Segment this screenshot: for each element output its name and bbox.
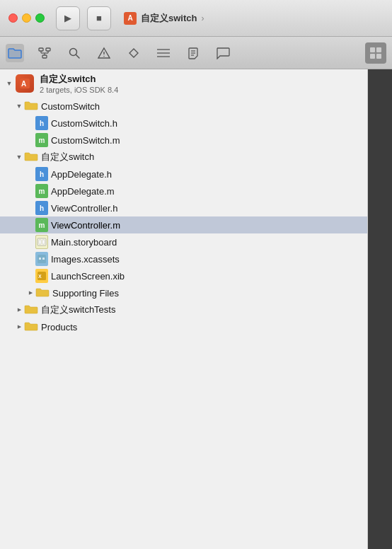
appdelegate-m-label: AppDelegate.m [51,186,115,197]
app-icon: A [124,12,137,25]
navigator-panel: ▼ A 自定义switch 2 targets, iOS SDK 8.4 ▼ C… [0,69,368,549]
svg-line-8 [76,54,80,58]
images-xcassets-item[interactable]: ▼ Images.xcassets [0,250,367,267]
maximize-button[interactable] [35,13,45,23]
zidingyi-tests-item[interactable]: ▼ 自定义switchTests [0,301,367,318]
xib-file-icon: X [35,269,48,283]
play-icon: ▶ [64,13,71,23]
minimize-button[interactable] [22,13,31,23]
products-label: Products [41,322,77,333]
hierarchy-icon[interactable] [35,44,54,62]
m-file-icon: m [35,133,48,147]
supporting-files-triangle: ▼ [25,288,35,298]
svg-rect-0 [39,48,43,51]
stop-button[interactable]: ■ [87,6,111,30]
svg-rect-24 [39,240,41,244]
main-storyboard-item[interactable]: ▼ Main.storyboard [0,233,367,250]
customswitch-folder-item[interactable]: ▼ CustomSwitch [0,98,367,115]
source-control-icon[interactable] [125,44,143,62]
customswitch-folder-icon [24,100,38,113]
appdelegate-h-item[interactable]: ▼ h AppDelegate.h [0,166,367,183]
close-button[interactable] [8,13,18,23]
title-label: A 自定义switch › [124,12,204,25]
folder-icon[interactable] [6,44,24,62]
breakpoint-icon[interactable] [154,44,173,62]
customswitch-h-label: CustomSwitch.h [51,118,117,129]
warning-icon[interactable] [95,44,113,62]
svg-rect-19 [370,54,375,59]
m-file-icon: m [35,184,48,198]
zidingyi-triangle: ▼ [14,152,24,162]
launchscreen-xib-label: LaunchScreen.xib [51,271,125,282]
stop-icon: ■ [96,13,102,23]
svg-text:A: A [21,80,26,88]
customswitch-triangle: ▼ [14,101,24,111]
toolbar [0,37,392,69]
customswitch-m-label: CustomSwitch.m [51,135,120,146]
svg-rect-2 [42,55,47,58]
zidingyi-folder-item[interactable]: ▼ 自定义switch [0,149,367,166]
chat-icon[interactable] [214,44,232,62]
project-name: 自定义switch [40,73,118,86]
viewcontroller-h-label: ViewController.h [51,203,117,214]
viewcontroller-m-label: ViewController.m [51,220,120,231]
project-text-block: 自定义switch 2 targets, iOS SDK 8.4 [40,73,118,94]
svg-rect-26 [38,255,46,263]
play-button[interactable]: ▶ [56,6,80,30]
report-icon[interactable] [184,44,202,62]
appdelegate-h-label: AppDelegate.h [51,169,112,180]
editor-panel [368,69,392,549]
svg-rect-25 [42,240,45,244]
zidingyi-tests-triangle: ▼ [14,305,24,315]
viewcontroller-m-item[interactable]: ▼ m ViewController.m [0,216,367,233]
products-triangle: ▼ [14,322,24,332]
launchscreen-xib-item[interactable]: ▼ X LaunchScreen.xib [0,267,367,284]
zidingyi-tests-label: 自定义switchTests [41,304,115,316]
project-subtitle: 2 targets, iOS SDK 8.4 [40,86,118,94]
project-title: 自定义switch [141,12,197,25]
storyboard-file-icon [35,235,48,249]
svg-rect-17 [370,47,375,52]
grid-view-icon[interactable] [365,42,386,64]
titlebar: ▶ ■ A 自定义switch › [0,0,392,37]
search-icon[interactable] [65,44,83,62]
h-file-icon: h [35,167,48,181]
appdelegate-m-item[interactable]: ▼ m AppDelegate.m [0,183,367,200]
svg-rect-27 [39,258,41,260]
supporting-files-label: Supporting Files [52,288,119,299]
supporting-files-item[interactable]: ▼ Supporting Files [0,284,367,301]
zidingyi-folder-label: 自定义switch [41,151,94,163]
h-file-icon: h [35,201,48,215]
main-content: ▼ A 自定义switch 2 targets, iOS SDK 8.4 ▼ C… [0,69,392,549]
products-item[interactable]: ▼ Products [0,318,367,335]
zidingyi-tests-folder-icon [24,304,38,317]
project-icon: A [16,74,34,93]
svg-point-10 [103,55,104,56]
viewcontroller-h-item[interactable]: ▼ h ViewController.h [0,200,367,216]
m-file-icon: m [35,218,48,232]
traffic-lights [8,13,45,23]
svg-rect-20 [376,54,381,59]
customswitch-folder-label: CustomSwitch [41,101,100,112]
svg-rect-18 [376,47,381,52]
project-root-item[interactable]: ▼ A 自定义switch 2 targets, iOS SDK 8.4 [0,69,367,98]
zidingyi-folder-icon [24,151,38,164]
svg-rect-1 [46,48,50,51]
main-storyboard-label: Main.storyboard [51,237,117,248]
customswitch-h-item[interactable]: ▼ h CustomSwitch.h [0,115,367,132]
project-triangle: ▼ [4,79,14,88]
svg-rect-28 [42,258,45,260]
xcassets-file-icon [35,252,48,266]
supporting-files-folder-icon [35,287,50,300]
h-file-icon: h [35,116,48,130]
svg-text:X: X [38,274,42,279]
title-chevron-icon: › [201,13,204,23]
customswitch-m-item[interactable]: ▼ m CustomSwitch.m [0,132,367,149]
products-folder-icon [24,320,38,334]
images-xcassets-label: Images.xcassets [51,254,120,265]
